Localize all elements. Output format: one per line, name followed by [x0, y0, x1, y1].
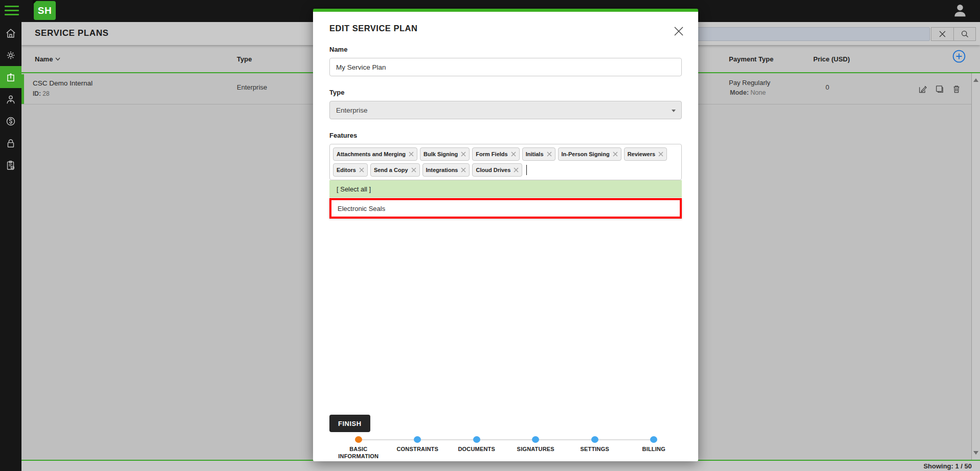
sidebar-item-reports[interactable]: [0, 154, 21, 176]
feature-tag[interactable]: Reviewers: [624, 147, 667, 161]
feature-tag[interactable]: Send a Copy: [370, 163, 420, 177]
feature-tag[interactable]: In-Person Signing: [558, 147, 621, 161]
remove-tag-icon[interactable]: [613, 152, 618, 157]
feature-tag[interactable]: Cloud Drives: [472, 163, 522, 177]
app-logo[interactable]: SH: [34, 1, 56, 20]
step-billing[interactable]: BILLING: [625, 436, 684, 460]
feature-tag[interactable]: Attachments and Merging: [333, 147, 417, 161]
users-icon: [5, 94, 16, 105]
sidebar-nav: [0, 22, 21, 471]
scroll-down-arrow-icon[interactable]: [973, 451, 978, 455]
add-service-plan-button[interactable]: [952, 50, 966, 63]
edit-pencil-icon[interactable]: [918, 84, 928, 94]
row-actions: [918, 84, 962, 94]
dropdown-option-select-all[interactable]: [ Select all ]: [329, 180, 682, 198]
step-signatures[interactable]: SIGNATURES: [506, 436, 566, 460]
step-dot: [473, 436, 480, 443]
row-selected-accent: [21, 74, 24, 104]
column-header-name[interactable]: Name: [35, 55, 60, 63]
remove-tag-icon[interactable]: [461, 152, 466, 157]
text-cursor: [526, 165, 527, 175]
remove-tag-icon[interactable]: [359, 167, 364, 173]
logo-text: SH: [38, 5, 52, 16]
remove-tag-icon[interactable]: [511, 152, 516, 157]
scroll-up-arrow-icon[interactable]: [973, 78, 978, 82]
step-settings[interactable]: SETTINGS: [565, 436, 625, 460]
remove-tag-icon[interactable]: [514, 167, 519, 173]
close-icon: [673, 25, 685, 37]
user-avatar-icon[interactable]: [952, 3, 968, 19]
add-plus-icon: [952, 50, 966, 63]
sidebar-item-security[interactable]: [0, 132, 21, 154]
name-field-label: Name: [329, 46, 682, 53]
service-plans-icon: [5, 72, 16, 83]
vertical-scrollbar[interactable]: [971, 73, 980, 460]
features-field-label: Features: [329, 132, 682, 139]
delete-trash-icon[interactable]: [951, 84, 962, 94]
step-constraints[interactable]: CONSTRAINTS: [388, 436, 448, 460]
type-field-label: Type: [329, 89, 682, 96]
row-price: 0: [826, 83, 829, 91]
step-dot: [532, 436, 539, 443]
modal-close-button[interactable]: [673, 25, 685, 37]
remove-tag-icon[interactable]: [547, 152, 552, 157]
row-name: CSC Demo Internal: [33, 79, 93, 87]
search-button[interactable]: [953, 27, 976, 41]
remove-tag-icon[interactable]: [411, 167, 416, 173]
step-dot: [355, 436, 362, 443]
feature-tag[interactable]: Editors: [333, 163, 368, 177]
sort-chevron-down-icon: [55, 57, 60, 61]
app-window: SH: [0, 0, 980, 471]
sidebar-item-settings[interactable]: [0, 44, 21, 66]
sidebar-item-home[interactable]: [0, 22, 21, 44]
column-header-payment-type[interactable]: Payment Type: [729, 55, 773, 63]
feature-tag[interactable]: Initials: [522, 147, 555, 161]
home-icon: [5, 28, 16, 39]
feature-tag[interactable]: Form Fields: [472, 147, 519, 161]
wizard-stepper: BASIC INFORMATION CONSTRAINTS DOCUMENTS …: [329, 436, 683, 463]
billing-dollar-icon: [5, 116, 16, 127]
modal-title: EDIT SERVICE PLAN: [329, 12, 682, 33]
feature-tag[interactable]: Bulk Signing: [420, 147, 470, 161]
sidebar-item-billing[interactable]: [0, 110, 21, 132]
remove-tag-icon[interactable]: [409, 152, 414, 157]
remove-tag-icon[interactable]: [461, 167, 466, 173]
step-documents[interactable]: DOCUMENTS: [447, 436, 506, 460]
plan-name-input[interactable]: [329, 58, 682, 76]
finish-button[interactable]: FINISH: [329, 415, 370, 432]
step-dot: [650, 436, 657, 443]
settings-gear-icon: [5, 50, 16, 61]
search-icon: [961, 30, 969, 38]
close-icon: [939, 31, 946, 37]
step-basic-information[interactable]: BASIC INFORMATION: [329, 436, 388, 460]
security-lock-icon: [5, 138, 16, 149]
showing-count: Showing: 1 / 50: [923, 462, 972, 470]
features-multiselect[interactable]: Attachments and Merging Bulk Signing For…: [329, 144, 682, 180]
clear-search-button[interactable]: [931, 27, 953, 41]
dropdown-option-electronic-seals[interactable]: Electronic Seals: [329, 198, 682, 219]
column-header-price[interactable]: Price (USD): [813, 55, 850, 63]
sidebar-item-users[interactable]: [0, 88, 21, 110]
row-payment-type: Pay Regularly: [729, 79, 770, 87]
row-payment-mode: Mode: None: [730, 89, 766, 96]
remove-tag-icon[interactable]: [658, 152, 663, 157]
step-dot: [414, 436, 421, 443]
step-dot: [591, 436, 598, 443]
edit-service-plan-modal: EDIT SERVICE PLAN Name Type Enterprise F…: [313, 9, 698, 461]
sidebar-item-service-plans[interactable]: [0, 66, 21, 88]
feature-tag[interactable]: Integrations: [422, 163, 470, 177]
page-title: SERVICE PLANS: [35, 28, 108, 38]
select-caret-icon: [672, 110, 676, 112]
duplicate-copy-icon[interactable]: [934, 84, 945, 94]
column-header-type[interactable]: Type: [237, 55, 252, 63]
logo-notch: [33, 0, 37, 5]
row-id: ID: 28: [33, 90, 50, 97]
plan-type-select[interactable]: Enterprise: [329, 101, 682, 119]
row-type: Enterprise: [237, 83, 267, 91]
reports-clipboard-icon: [5, 160, 16, 171]
hamburger-menu-icon[interactable]: [5, 6, 19, 16]
plan-type-value: Enterprise: [336, 106, 368, 114]
